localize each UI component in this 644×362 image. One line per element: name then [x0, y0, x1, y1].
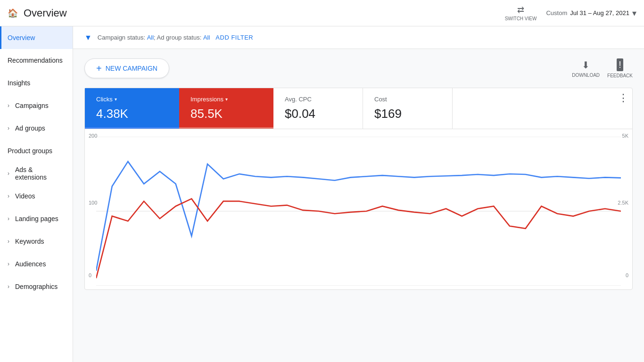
y-label-0-left: 0 [89, 272, 91, 278]
sidebar-item-insights[interactable]: Insights [0, 72, 73, 94]
chevron-right-icon: › [8, 238, 9, 245]
switch-view-icon: ⇄ [517, 5, 524, 15]
metrics-row: Clicks ▾4.38KImpressions ▾85.5KAvg. CPC$… [85, 88, 632, 129]
download-icon: ⬇ [582, 59, 590, 71]
chevron-right-icon: › [8, 215, 9, 222]
chart-area: 200 100 0 5K 2.5K 0 [85, 129, 632, 289]
chevron-down-icon: ▾ [632, 8, 636, 18]
chevron-right-icon: › [8, 261, 9, 267]
switch-view-button[interactable]: ⇄ SWITCH VIEW [505, 5, 537, 21]
date-value: Jul 31 – Aug 27, 2021 [570, 9, 629, 16]
sidebar-item-label: Ads & extensions [15, 166, 65, 181]
sidebar-item-label: Audiences [15, 260, 46, 268]
filter-icon[interactable]: ▼ [84, 33, 92, 42]
metric-underline [85, 127, 179, 129]
metric-tile-clicks[interactable]: Clicks ▾4.38K [85, 88, 179, 129]
y-label-5k: 5K [622, 133, 628, 139]
metric-value: $169 [374, 107, 441, 121]
download-button[interactable]: ⬇ DOWNLOAD [572, 59, 600, 78]
campaign-status-value: All [147, 34, 154, 41]
top-bar-left: 🏠 Overview [8, 7, 67, 19]
top-bar-right: ⇄ SWITCH VIEW Custom Jul 31 – Aug 27, 20… [505, 5, 636, 21]
main-layout: OverviewRecommendationsInsights›Campaign… [0, 26, 644, 362]
chart-svg [96, 137, 621, 286]
chart-card: Clicks ▾4.38KImpressions ▾85.5KAvg. CPC$… [84, 88, 633, 290]
new-campaign-button[interactable]: + NEW CAMPAIGN [84, 58, 169, 78]
sidebar-item-label: Insights [8, 79, 30, 87]
sidebar-item-label: Campaigns [15, 102, 49, 109]
metric-label: Avg. CPC [285, 96, 351, 103]
sidebar-item-product-groups[interactable]: Product groups [0, 140, 73, 162]
plus-icon: + [96, 64, 102, 73]
chevron-right-icon: › [8, 193, 9, 199]
sidebar-item-demographics[interactable]: ›Demographics [0, 275, 73, 298]
metric-label: Cost [374, 96, 441, 103]
dropdown-arrow-icon: ▾ [225, 97, 228, 102]
toolbar-row: + NEW CAMPAIGN ⬇ DOWNLOAD ! FEEDBACK [84, 58, 633, 78]
y-label-0-right: 0 [626, 272, 628, 278]
chevron-right-icon: › [8, 102, 9, 109]
metric-label: Clicks ▾ [96, 96, 168, 103]
metric-value: 85.5K [190, 107, 262, 121]
date-range-button[interactable]: Custom Jul 31 – Aug 27, 2021 ▾ [546, 8, 636, 18]
y-label-200: 200 [89, 133, 97, 139]
top-bar: 🏠 Overview ⇄ SWITCH VIEW Custom Jul 31 –… [0, 0, 644, 26]
sidebar-item-videos[interactable]: ›Videos [0, 185, 73, 207]
metric-underline [179, 127, 273, 129]
page-title: Overview [24, 7, 67, 19]
sidebar-item-overview[interactable]: Overview [0, 26, 73, 49]
sidebar-item-label: Product groups [8, 147, 52, 155]
sidebar-item-campaigns[interactable]: ›Campaigns [0, 94, 73, 117]
sidebar-item-recommendations[interactable]: Recommendations [0, 49, 73, 72]
sidebar-item-landing-pages[interactable]: ›Landing pages [0, 207, 73, 230]
metric-label: Impressions ▾ [190, 96, 262, 103]
sidebar-item-ads-extensions[interactable]: ›Ads & extensions [0, 162, 73, 185]
sidebar-item-label: Videos [15, 192, 35, 200]
chevron-right-icon: › [8, 125, 9, 132]
y-label-100: 100 [89, 200, 97, 206]
main-content: + NEW CAMPAIGN ⬇ DOWNLOAD ! FEEDBACK [73, 49, 644, 362]
home-icon[interactable]: 🏠 [8, 8, 18, 18]
add-filter-button[interactable]: ADD FILTER [215, 34, 253, 41]
sidebar-item-label: Landing pages [15, 215, 58, 222]
toolbar-right: ⬇ DOWNLOAD ! FEEDBACK [572, 58, 633, 78]
sidebar: OverviewRecommendationsInsights›Campaign… [0, 26, 73, 362]
feedback-label: FEEDBACK [607, 73, 633, 78]
chevron-right-icon: › [8, 170, 9, 177]
content-area: ▼ Campaign status: All; Ad group status:… [73, 26, 644, 362]
feedback-button[interactable]: ! FEEDBACK [607, 58, 633, 78]
sidebar-item-audiences[interactable]: ›Audiences [0, 253, 73, 275]
metric-value: $0.04 [285, 107, 351, 121]
sidebar-item-ad-groups[interactable]: ›Ad groups [0, 117, 73, 140]
feedback-icon: ! [617, 58, 623, 71]
sidebar-item-label: Demographics [15, 283, 58, 290]
filter-bar: ▼ Campaign status: All; Ad group status:… [73, 26, 644, 49]
download-label: DOWNLOAD [572, 73, 600, 78]
switch-view-label: SWITCH VIEW [505, 16, 537, 21]
metric-tile-avg-cpc[interactable]: Avg. CPC$0.04 [273, 88, 363, 129]
metric-tile-cost[interactable]: Cost$169 [363, 88, 453, 129]
sidebar-item-label: Recommendations [8, 57, 63, 64]
sidebar-item-keywords[interactable]: ›Keywords [0, 230, 73, 253]
date-label: Custom [546, 9, 567, 16]
new-campaign-label: NEW CAMPAIGN [106, 65, 157, 72]
adgroup-status-value: All [203, 34, 210, 41]
y-label-2-5k: 2.5K [618, 200, 628, 206]
dropdown-arrow-icon: ▾ [115, 97, 117, 102]
chevron-right-icon: › [8, 283, 9, 290]
sidebar-item-label: Keywords [15, 238, 44, 245]
filter-text: Campaign status: All; Ad group status: A… [98, 34, 210, 41]
sidebar-item-label: Ad groups [15, 124, 45, 132]
metric-value: 4.38K [96, 107, 168, 121]
metric-tile-impressions[interactable]: Impressions ▾85.5K [179, 88, 273, 129]
sidebar-item-label: Overview [8, 34, 35, 41]
more-options-button[interactable]: ⋮ [614, 88, 632, 108]
